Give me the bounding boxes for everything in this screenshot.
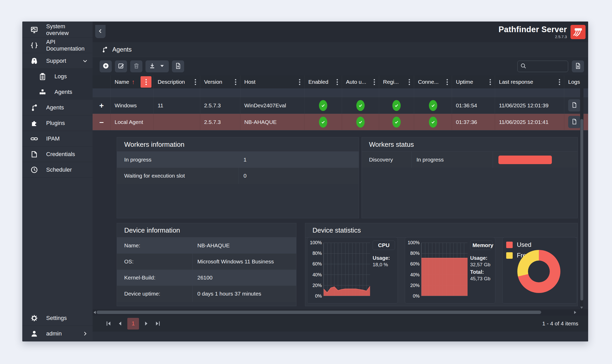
- row-value: 0: [239, 168, 359, 184]
- export-excel-button[interactable]: [572, 60, 584, 72]
- kebab-icon: [145, 81, 147, 83]
- total-label: Total:: [470, 269, 492, 275]
- cell-host: NB-AHAQUE: [240, 114, 304, 130]
- column-menu-button[interactable]: [297, 81, 302, 83]
- usage-label: Usage:: [373, 255, 395, 261]
- first-page-button[interactable]: [103, 318, 114, 329]
- table-row-windows[interactable]: + Windows 11 2.5.7.3 WinDev2407Eval 01:3…: [93, 97, 588, 114]
- column-menu-button[interactable]: [557, 81, 562, 83]
- column-menu-button[interactable]: [488, 81, 493, 83]
- name-column-menu-button[interactable]: [141, 76, 151, 88]
- sidebar-item-scheduler[interactable]: Scheduler: [22, 162, 93, 178]
- sidebar-item-ipam[interactable]: IPAM: [22, 131, 93, 146]
- export-report-button[interactable]: [172, 60, 184, 72]
- sidebar: System overview API Documentation Suppor…: [22, 22, 93, 341]
- worker-status: In progress: [412, 152, 493, 168]
- memory-chart-box: 100% 80% 60% 40% 20% 0% Memory Usage: 32…: [405, 237, 495, 304]
- column-header-description[interactable]: Description: [154, 75, 200, 88]
- monitor-icon: [22, 26, 46, 34]
- column-menu-button[interactable]: [444, 81, 450, 83]
- cell-registered: [379, 114, 414, 130]
- delete-button[interactable]: [130, 60, 142, 72]
- add-button[interactable]: [100, 60, 112, 72]
- column-header-enabled[interactable]: Enabled: [304, 75, 342, 88]
- edit-button[interactable]: [115, 60, 127, 72]
- download-split-button[interactable]: [145, 60, 169, 72]
- sidebar-item-system-overview[interactable]: System overview: [22, 22, 93, 38]
- column-header-connected[interactable]: Conne...: [414, 75, 452, 88]
- legend-label: Used: [517, 241, 531, 248]
- sidebar-item-credentials[interactable]: Credentials: [22, 146, 93, 162]
- column-menu-button[interactable]: [372, 81, 377, 83]
- column-menu-button[interactable]: [193, 81, 198, 83]
- sidebar-item-label: admin: [46, 330, 62, 337]
- sidebar-item-support-agents[interactable]: Agents: [22, 84, 93, 100]
- workers-status-row: Discovery In progress: [362, 152, 578, 168]
- column-header-version[interactable]: Version: [200, 75, 240, 88]
- column-header-logs[interactable]: Logs: [564, 75, 583, 88]
- check-circle-icon: [319, 117, 327, 128]
- row-value: NB-AHAQUE: [193, 237, 296, 254]
- sidebar-collapse-button[interactable]: [95, 25, 106, 38]
- check-circle-icon: [392, 117, 401, 128]
- excel-file-icon: [575, 62, 581, 70]
- scroll-left-arrow-icon[interactable]: [94, 311, 96, 314]
- binoculars-icon: [22, 57, 46, 65]
- row-label: OS:: [117, 254, 193, 270]
- cell-connected: [414, 97, 452, 114]
- cell-connected: [414, 114, 452, 130]
- sidebar-item-logs[interactable]: Logs: [22, 69, 93, 84]
- expand-row-button[interactable]: +: [99, 101, 104, 110]
- next-page-button[interactable]: [141, 318, 152, 329]
- sidebar-item-agents[interactable]: Agents: [22, 100, 93, 115]
- column-header-uptime[interactable]: Uptime: [452, 75, 495, 88]
- last-page-button[interactable]: [152, 318, 163, 329]
- vertical-scrollbar[interactable]: [580, 88, 583, 309]
- previous-page-button[interactable]: [114, 318, 126, 329]
- row-label: Kernel-Build:: [117, 270, 193, 286]
- vertical-scroll-thumb[interactable]: [580, 119, 583, 300]
- page-number-button[interactable]: 1: [127, 318, 139, 330]
- sidebar-item-label: Credentials: [46, 151, 75, 158]
- column-menu-button[interactable]: [407, 81, 412, 83]
- search-input[interactable]: [528, 63, 565, 69]
- table-filler-row: [93, 88, 588, 97]
- column-label: Version: [204, 79, 222, 85]
- horizontal-scrollbar[interactable]: [93, 309, 588, 316]
- plus-circle-icon: [102, 62, 109, 70]
- chevron-down-icon: [82, 58, 88, 64]
- sidebar-item-plugins[interactable]: Plugins: [22, 115, 93, 131]
- sidebar-item-settings[interactable]: Settings: [22, 310, 93, 326]
- scroll-down-arrow-icon[interactable]: [580, 307, 583, 309]
- table-toolbar: [93, 57, 588, 75]
- column-header-registered[interactable]: Regi...: [379, 75, 414, 88]
- panel-title: Workers status: [362, 137, 578, 152]
- row-logs-button[interactable]: [568, 116, 581, 128]
- sidebar-item-admin[interactable]: admin: [22, 326, 93, 341]
- sort-ascending-icon: ↑: [132, 78, 135, 86]
- sidebar-item-api-documentation[interactable]: API Documentation: [22, 38, 93, 53]
- column-header-last-response[interactable]: Last response: [495, 75, 564, 88]
- cell-version: 2.5.7.3: [200, 97, 240, 114]
- cpu-chart-box: 100% 80% 60% 40% 20% 0% CPU Usage: 18,0 …: [307, 237, 398, 304]
- device-info-row: Device uptime: 0 days 1 hours 37 minutes: [117, 286, 296, 302]
- collapse-row-button[interactable]: –: [99, 118, 104, 127]
- scroll-right-arrow-icon[interactable]: [574, 311, 576, 314]
- column-header-auto-update[interactable]: Auto u...: [342, 75, 379, 88]
- cell-enabled: [304, 114, 342, 130]
- table-row-local-agent[interactable]: – Local Agent 2.5.7.3 NB-AHAQUE 01:37:36…: [93, 114, 588, 130]
- column-header-host[interactable]: Host: [240, 75, 304, 88]
- link-icon: [22, 135, 46, 143]
- sidebar-item-label: Plugins: [46, 120, 65, 127]
- horizontal-scroll-thumb[interactable]: [96, 311, 541, 314]
- sidebar-item-support[interactable]: Support: [22, 53, 93, 69]
- column-menu-button[interactable]: [335, 81, 340, 83]
- worker-name: Discovery: [362, 152, 412, 168]
- column-header-name[interactable]: Name ↑: [111, 75, 154, 88]
- panel-title: Device information: [117, 223, 296, 237]
- memory-area-chart: [421, 243, 468, 296]
- app-window: System overview API Documentation Suppor…: [22, 22, 588, 341]
- column-menu-button[interactable]: [233, 81, 238, 83]
- app-version: 2.5.7.3: [498, 34, 567, 39]
- row-logs-button[interactable]: [568, 99, 581, 111]
